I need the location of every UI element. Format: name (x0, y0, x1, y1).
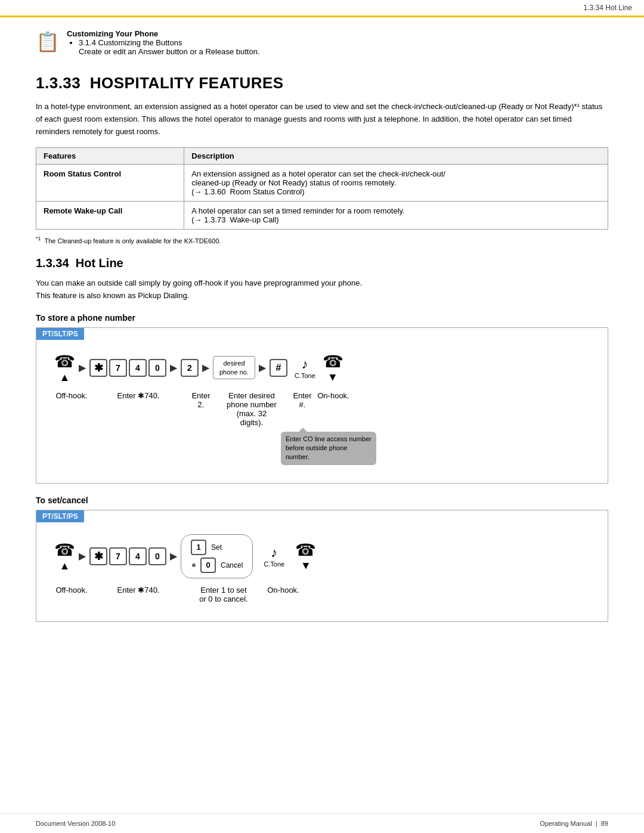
diag1-labels: Off-hook. Enter ✱740. Enter 2. Enter des… (54, 391, 590, 427)
set-row: 1 Set (191, 540, 243, 555)
label-hash: Enter #. (289, 391, 315, 409)
ctone-label-1: C.Tone (295, 372, 315, 379)
note-list-item: 3.1.4 Customizing the Buttons (79, 38, 260, 47)
main-content: 📋 Customizing Your Phone 3.1.4 Customizi… (0, 17, 644, 670)
label-enter2: Enter 2. (188, 391, 214, 409)
table-row: Room Status Control An extension assigne… (36, 165, 608, 202)
footer: Document Version 2008-10 Operating Manua… (0, 813, 644, 833)
table-desc-1: An extension assigned as a hotel operato… (184, 165, 608, 202)
diag1-label: PT/SLT/PS (36, 328, 84, 340)
diag1-keys: ✱ 7 4 0 (89, 359, 166, 377)
section2-title-text: Hot Line (76, 256, 123, 270)
footer-left: Document Version 2008-10 (36, 820, 115, 827)
note-bubble-area: Enter CO line access number before outsi… (281, 432, 590, 465)
arrow6: ▶ (170, 550, 177, 562)
section2-body1: You can make an outside call simply by g… (36, 277, 608, 302)
diag2-keys: ✱ 7 4 0 (89, 547, 166, 565)
label2-offhook: Off-hook. (54, 586, 89, 594)
table-col2: Description (184, 148, 608, 165)
table-row: Remote Wake-up Call A hotel operator can… (36, 202, 608, 230)
diag1-offhook: ☎ ▲ (54, 352, 75, 384)
diag2-labels: Off-hook. Enter ✱740. Enter 1 to set or … (54, 586, 590, 603)
table-desc-2: A hotel operator can set a timed reminde… (184, 202, 608, 230)
diagram1: PT/SLT/PS ☎ ▲ ▶ ✱ 7 4 0 ▶ 2 (36, 327, 608, 484)
diag1-row: ☎ ▲ ▶ ✱ 7 4 0 ▶ 2 ▶ desiredphone no. ▶ (54, 352, 590, 384)
table-feature-2: Remote Wake-up Call (36, 202, 184, 230)
label-offhook: Off-hook. (54, 391, 89, 400)
key-72: 7 (109, 547, 127, 565)
label2-setcancel: Enter 1 to set or 0 to cancel. (188, 586, 259, 603)
set-label: Set (211, 543, 222, 552)
section2-title: 1.3.34 Hot Line (36, 256, 608, 270)
key-4: 4 (129, 359, 147, 377)
section1-title: 1.3.33 HOSPITALITY FEATURES (36, 74, 608, 92)
key-02: 0 (148, 547, 166, 565)
label-enter740: Enter ✱740. (100, 391, 177, 400)
header-bar: 1.3.34 Hot Line (0, 0, 644, 17)
note-description: Create or edit an Answer button or a Rel… (79, 47, 260, 56)
speech-bubble: Enter CO line access number before outsi… (281, 432, 376, 465)
diag2-row: ☎ ▲ ▶ ✱ 7 4 0 ▶ 1 Set (54, 534, 590, 578)
key-hash: # (270, 359, 287, 377)
label2-onhook: On-hook. (259, 586, 307, 594)
music-note-2: ♪ (271, 545, 277, 561)
header-title: 1.3.34 Hot Line (584, 4, 632, 12)
label-offhook-text: Off-hook. (55, 391, 87, 400)
bullet-dot (192, 563, 196, 567)
section1-title-text: HOSPITALITY FEATURES (90, 74, 284, 92)
key-cancel: 0 (200, 558, 216, 573)
cancel-row: 0 Cancel (191, 558, 243, 573)
music-note-1: ♪ (302, 357, 308, 372)
key-star: ✱ (89, 359, 107, 377)
diagram2: PT/SLT/PS ☎ ▲ ▶ ✱ 7 4 0 ▶ (36, 510, 608, 622)
arrow4: ▶ (259, 362, 266, 373)
set-cancel-box: 1 Set 0 Cancel (181, 534, 253, 578)
arrow1: ▶ (79, 362, 86, 373)
key-0: 0 (148, 359, 166, 377)
footer-right: Operating Manual | 89 (540, 820, 608, 827)
table-feature-1: Room Status Control (36, 165, 184, 202)
features-table: Features Description Room Status Control… (36, 147, 608, 230)
diag2-label: PT/SLT/PS (36, 510, 84, 522)
arrow5: ▶ (79, 550, 86, 562)
diag2-onhook: ☎ ▲ (295, 540, 316, 572)
note-box: 📋 Customizing Your Phone 3.1.4 Customizi… (36, 29, 608, 56)
diag1-onhook: ☎ ▲ (323, 352, 343, 384)
label-onhook: On-hook. (315, 391, 351, 400)
diag2-heading: To set/cancel (36, 496, 608, 505)
diag2-offhook: ☎ ▲ (54, 540, 75, 572)
note-heading: Customizing Your Phone (67, 29, 158, 38)
note-content: Customizing Your Phone 3.1.4 Customizing… (67, 29, 260, 56)
key-star2: ✱ (89, 547, 107, 565)
ctone-area2: ♪ C.Tone (264, 545, 284, 568)
key-7: 7 (109, 359, 127, 377)
label2-enter740: Enter ✱740. (100, 586, 177, 594)
note-icon: 📋 (36, 30, 60, 53)
section1-body: In a hotel-type environment, an extensio… (36, 101, 608, 138)
footnote: *1 The Cleaned-up feature is only availa… (36, 236, 608, 244)
diag1-heading: To store a phone number (36, 313, 608, 323)
ctone-area: ♪ C.Tone (295, 357, 315, 379)
diag1-inner: ☎ ▲ ▶ ✱ 7 4 0 ▶ 2 ▶ desiredphone no. ▶ (36, 340, 608, 483)
label-desired: Enter desired phone number (max. 32 digi… (225, 391, 278, 427)
cancel-label: Cancel (221, 561, 243, 569)
diag2-inner: ☎ ▲ ▶ ✱ 7 4 0 ▶ 1 Set (36, 522, 608, 621)
arrow3: ▶ (202, 362, 209, 373)
arrow2: ▶ (170, 362, 177, 373)
key-set: 1 (191, 540, 206, 555)
key-2: 2 (181, 359, 199, 377)
desired-phone-box: desiredphone no. (213, 356, 255, 379)
ctone-label-2: C.Tone (264, 561, 284, 568)
key-42: 4 (129, 547, 147, 565)
table-col1: Features (36, 148, 184, 165)
